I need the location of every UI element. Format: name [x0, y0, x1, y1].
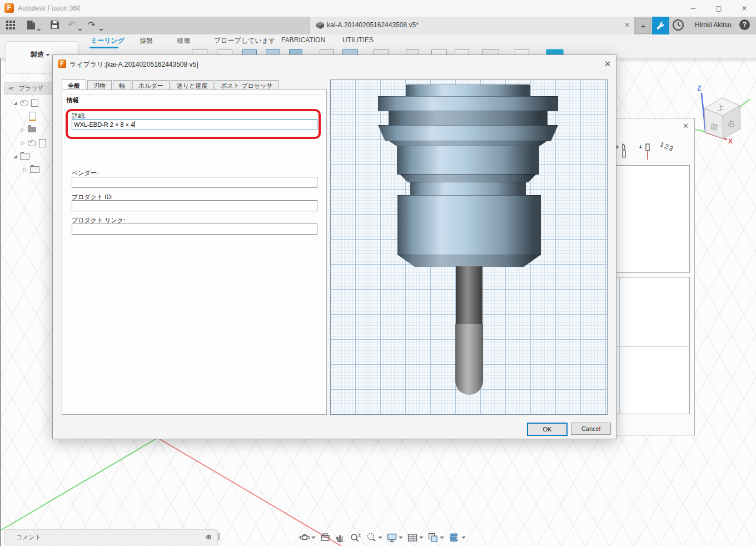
close-button[interactable]: ✕ — [735, 3, 754, 14]
tree-item-body[interactable]: ▷ — [21, 138, 53, 147]
cancel-button[interactable]: Cancel — [571, 423, 611, 435]
app-launcher-icon[interactable] — [6, 20, 17, 31]
product-id-input[interactable] — [72, 200, 317, 211]
document-tab-label: kai-A.20140205162443508 v5* — [327, 21, 419, 29]
tree-item-setups[interactable]: ◢ — [13, 152, 53, 161]
panel-close-icon[interactable]: ✕ — [683, 122, 689, 130]
visibility-eye-icon[interactable] — [28, 140, 36, 146]
operations-folder-icon — [30, 166, 39, 173]
ok-button[interactable]: OK — [527, 423, 568, 436]
tab-shaft[interactable]: 軸 — [113, 80, 131, 90]
library-dialog: F ライブラリ:[kai-A.20140205162443508 v5] ✕ 全… — [52, 54, 616, 439]
tab-post-processor[interactable]: ポスト プロセッサ — [215, 80, 278, 90]
tree-item-folder1[interactable]: ▷ — [21, 125, 53, 134]
display-monitor-icon — [386, 532, 397, 543]
redo-caret-icon[interactable] — [99, 24, 103, 34]
description-input[interactable]: WXL-EBD-R 2 × 8 × 4 — [72, 119, 317, 130]
help-button[interactable]: ? — [739, 19, 750, 30]
fusion360-window: F Autodesk Fusion 360 ─ ▢ ✕ ↶ ↷ kai-A.20… — [0, 0, 756, 546]
ribbon-tab-turning[interactable]: 旋盤 — [140, 36, 153, 46]
collapse-panel-icon[interactable]: ≪ — [8, 86, 13, 91]
tab-feed-speed[interactable]: 送りと速度 — [171, 80, 214, 90]
x-axis-label: X — [728, 137, 733, 145]
dialog-close-icon[interactable]: ✕ — [601, 57, 614, 71]
general-tab-page: 情報 詳細: WXL-EBD-R 2 × 8 × 4 ベンダー: プロダクト I… — [62, 90, 327, 415]
comment-bar-grip[interactable] — [218, 533, 220, 540]
text-cursor — [134, 121, 135, 127]
tree-expanded-icon[interactable]: ◢ — [13, 153, 17, 159]
viewports-button[interactable] — [427, 532, 444, 543]
maximize-button[interactable]: ▢ — [709, 3, 728, 14]
viewcube-front-label[interactable]: 前 — [709, 122, 719, 132]
tool-list-box[interactable] — [616, 165, 690, 273]
browser-tree: ◢ ▷ ▷ ◢ ▷ — [13, 98, 53, 174]
viewcube-right-label[interactable]: 右 — [727, 118, 735, 128]
browser-panel-title: ブラウザ — [18, 85, 43, 91]
tab-cutter[interactable]: 刃物 — [87, 80, 112, 90]
tree-expanded-icon[interactable]: ◢ — [13, 100, 17, 106]
setup-folder-icon — [20, 153, 29, 160]
dialog-title: ライブラリ:[kai-A.20140205162443508 v5] — [69, 60, 198, 70]
wcs-numbering-icon[interactable]: 123 — [659, 141, 675, 153]
undo-caret-icon[interactable] — [78, 24, 82, 34]
tool-shaft — [456, 266, 483, 324]
named-views-button[interactable] — [448, 532, 466, 543]
browser-panel-header[interactable]: ≪ ブラウザ — [4, 82, 56, 95]
holder-body-chamfer — [397, 255, 541, 267]
undo-icon[interactable]: ↶ — [68, 19, 75, 30]
mill-tool-icon — [621, 143, 628, 160]
wrench-icon — [656, 21, 665, 31]
product-link-input[interactable] — [72, 224, 317, 235]
document-cube-icon — [316, 21, 325, 29]
comment-bar[interactable]: コメント ⊕ — [4, 529, 218, 545]
job-status-button[interactable] — [652, 17, 669, 34]
tab-general[interactable]: 全般 — [62, 79, 86, 89]
pan-button[interactable] — [335, 532, 346, 543]
viewcube-top-label[interactable]: 上 — [716, 102, 725, 112]
probe-tool-icon — [644, 143, 651, 162]
notification-clock-button[interactable] — [672, 18, 686, 33]
tree-item-root[interactable]: ◢ — [13, 98, 53, 107]
look-at-button[interactable] — [320, 532, 331, 543]
save-icon[interactable] — [50, 20, 61, 31]
holder-cylinder-3 — [410, 182, 526, 196]
zoom-window-button[interactable] — [366, 532, 382, 543]
document-tab[interactable]: kai-A.20140205162443508 v5* ✕ — [310, 17, 635, 34]
grid-icon — [407, 532, 418, 543]
new-tab-button[interactable]: + — [635, 18, 651, 34]
view-cube[interactable]: 上 前 右 Z X — [688, 82, 754, 152]
workspace-selector[interactable]: 製造 — [31, 50, 50, 59]
tree-item-document[interactable] — [29, 112, 53, 121]
display-settings-button[interactable] — [386, 532, 403, 543]
file-menu-icon[interactable] — [27, 20, 38, 31]
user-name[interactable]: Hiroki Akitsu — [695, 21, 732, 29]
minimize-button[interactable]: ─ — [684, 3, 703, 14]
tab-holder[interactable]: ホルダー — [132, 80, 170, 90]
redo-icon[interactable]: ↷ — [88, 19, 95, 30]
add-probe-icon[interactable]: + — [639, 143, 642, 150]
ribbon-tab-milling[interactable]: ミーリング — [91, 36, 125, 46]
add-comment-icon[interactable]: ⊕ — [206, 533, 212, 541]
dialog-tab-strip: 全般 刃物 軸 ホルダー 送りと速度 ポスト プロセッサ — [62, 80, 280, 90]
visibility-eye-icon[interactable] — [20, 100, 28, 106]
ribbon-tab-utilities[interactable]: UTILITIES — [342, 36, 374, 44]
canvas-left-edge — [0, 58, 1, 546]
ribbon-tab-additive[interactable]: 積層 — [177, 36, 190, 46]
vendor-input[interactable] — [72, 177, 317, 188]
pan-hand-icon — [335, 532, 346, 543]
zoom-button[interactable]: ± — [350, 532, 362, 543]
vendor-label: ベンダー: — [72, 169, 98, 177]
grid-settings-button[interactable] — [407, 532, 424, 543]
tool-detail-box — [616, 277, 690, 414]
tree-collapsed-icon[interactable]: ▷ — [21, 140, 25, 146]
orbit-button[interactable] — [299, 532, 316, 543]
holder-flange-lower — [378, 125, 558, 141]
document-tab-close-icon[interactable]: ✕ — [624, 21, 630, 29]
ribbon-tab-fabrication[interactable]: FABRICATION — [281, 36, 325, 44]
ribbon-tab-probing[interactable]: プローブしています — [214, 36, 275, 46]
tree-collapsed-icon[interactable]: ▷ — [23, 167, 27, 172]
file-menu-caret-icon[interactable] — [37, 24, 41, 34]
tree-collapsed-icon[interactable]: ▷ — [21, 127, 25, 132]
zoom-window-icon — [366, 532, 377, 543]
tree-item-setup-child[interactable]: ▷ — [23, 165, 53, 174]
